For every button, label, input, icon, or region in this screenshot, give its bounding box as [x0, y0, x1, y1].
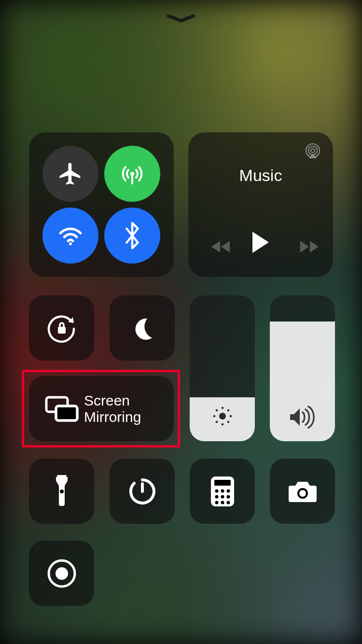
media-panel[interactable]: Music [188, 132, 333, 277]
svg-rect-23 [214, 480, 231, 486]
screen-mirroring-label: Screen Mirroring [84, 392, 141, 425]
svg-point-2 [69, 242, 72, 245]
moon-icon [129, 315, 156, 342]
orientation-lock-toggle[interactable] [29, 295, 94, 361]
svg-point-8 [221, 407, 223, 409]
svg-point-30 [215, 501, 218, 504]
svg-point-31 [221, 501, 224, 504]
bluetooth-icon [120, 222, 144, 250]
flashlight-button[interactable] [29, 459, 94, 524]
screen-record-button[interactable] [29, 541, 94, 606]
screen-mirroring-icon [43, 394, 80, 423]
wifi-toggle[interactable] [42, 208, 98, 264]
cellular-data-toggle[interactable] [104, 146, 160, 202]
svg-point-24 [215, 489, 218, 492]
svg-rect-20 [57, 475, 67, 477]
svg-point-25 [221, 489, 224, 492]
svg-point-11 [229, 415, 232, 418]
svg-point-15 [227, 421, 229, 423]
volume-slider[interactable] [270, 295, 335, 441]
svg-point-7 [219, 413, 226, 420]
next-track-button[interactable] [298, 239, 320, 254]
airplane-mode-toggle[interactable] [42, 146, 98, 202]
orientation-lock-icon [46, 312, 78, 344]
calculator-button[interactable] [190, 459, 255, 524]
svg-point-28 [221, 495, 224, 498]
media-title: Music [188, 166, 333, 185]
camera-icon [288, 480, 318, 503]
svg-point-9 [221, 423, 223, 426]
svg-point-36 [56, 567, 68, 580]
svg-point-12 [215, 409, 218, 412]
svg-point-13 [227, 409, 229, 412]
dismiss-chevron-icon[interactable] [165, 14, 197, 24]
screen-mirroring-button[interactable]: Screen Mirroring [29, 376, 174, 441]
svg-rect-17 [56, 406, 77, 420]
svg-point-26 [226, 489, 230, 492]
cellular-antenna-icon [118, 159, 147, 188]
record-icon [46, 558, 77, 589]
svg-point-14 [215, 421, 218, 423]
brightness-slider[interactable] [190, 295, 255, 441]
svg-point-19 [60, 490, 64, 493]
speaker-icon [270, 406, 335, 429]
previous-track-button[interactable] [210, 239, 233, 254]
bluetooth-toggle[interactable] [104, 208, 160, 264]
airplane-icon [57, 161, 84, 187]
svg-point-10 [213, 415, 215, 418]
svg-point-29 [226, 495, 230, 498]
svg-point-27 [215, 495, 218, 498]
fast-forward-icon [298, 239, 320, 254]
svg-point-32 [226, 501, 230, 504]
camera-button[interactable] [270, 459, 335, 524]
svg-point-34 [299, 490, 306, 497]
connectivity-panel[interactable] [29, 132, 174, 277]
timer-button[interactable] [110, 459, 175, 524]
wifi-icon [56, 222, 84, 250]
brightness-icon [190, 404, 255, 429]
play-icon [250, 231, 270, 254]
svg-rect-6 [58, 327, 66, 334]
svg-point-5 [311, 149, 315, 153]
do-not-disturb-toggle[interactable] [110, 295, 175, 361]
timer-icon [128, 477, 157, 506]
play-button[interactable] [250, 231, 270, 254]
rewind-icon [210, 239, 233, 254]
calculator-icon [211, 476, 234, 506]
airplay-icon[interactable] [303, 142, 322, 161]
flashlight-icon [52, 475, 71, 508]
